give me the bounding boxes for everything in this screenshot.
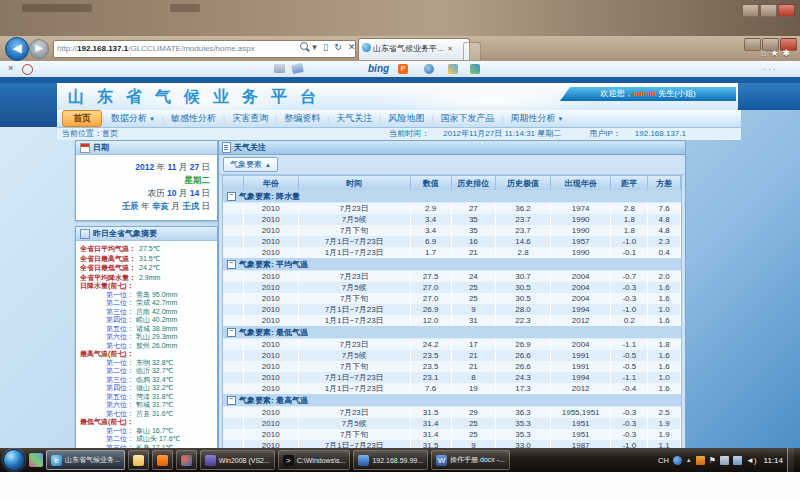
minimize-button[interactable] [744,38,761,51]
table-row[interactable]: 20107月5候31.42535.31951-0.31.9 [223,418,681,429]
taskbar-window-app-browser[interactable] [176,450,197,470]
table-row[interactable]: 20107月下旬31.42535.31951-0.31.9 [223,429,681,440]
breadcrumb[interactable]: 当前位置：首页 [62,127,118,140]
taskbar-window-word[interactable]: W操作手册.docx -... [431,450,510,470]
collapse-icon[interactable]: − [227,192,236,201]
tray-app-icon[interactable] [673,456,682,465]
nav-item-disaster-query[interactable]: 灾害查询 [225,110,275,127]
table-header-cell[interactable]: 年份 [244,176,299,190]
table-cell: -0.5 [611,350,648,361]
table-row[interactable]: 20107月1日~7月23日26.9928.01994-1.01.0 [223,304,681,315]
table-group-row[interactable]: −气象要素: 最高气温 [223,394,681,407]
search-icon[interactable] [300,42,308,50]
browser-tab[interactable]: 山东省气候业务平...× [358,38,470,60]
table-cell: 31 [452,315,497,326]
tab-close-icon[interactable]: × [448,44,453,53]
volume-icon[interactable]: ◄) [746,456,757,465]
forward-button[interactable]: ▶ [29,39,49,59]
taskbar-window-ie[interactable]: e山东省气候业务... [46,450,125,470]
taskbar-window-vs[interactable]: Win2008 (VS2... [200,450,275,470]
background-maximize-button[interactable] [760,4,777,17]
table-row[interactable]: 20107月下旬23.52126.61991-0.51.6 [223,361,681,372]
bing-logo[interactable]: bing [368,63,389,74]
display-tray-icon[interactable] [720,456,729,465]
table-header-cell[interactable]: 出现年份 [551,176,612,190]
taskbar-window-rdp[interactable]: 192.168.59.99... [353,450,428,470]
table-row[interactable]: 20101月1日~7月23日7.61917.32012-0.41.6 [223,383,681,394]
table-header-cell[interactable]: 数值 [411,176,452,190]
favorites-star-icon[interactable]: ★ [770,48,782,58]
action-center-flag-icon[interactable]: ⚑ [709,456,716,465]
toolbar-close-icon[interactable]: × [6,63,15,73]
table-row[interactable]: 20107月23日2.92736.219742.87.6 [223,203,681,214]
nav-item-weather-watch[interactable]: 天气关注 [329,110,379,127]
table-row[interactable]: 20107月5候27.02530.52004-0.31.6 [223,282,681,293]
nav-item-risk-map[interactable]: 风险地图 [381,110,431,127]
table-row[interactable]: 20107月23日24.21726.92004-1.11.8 [223,339,681,350]
table-cell: 23.5 [411,350,452,361]
element-selector-button[interactable]: 气象要素▲ [223,157,278,172]
back-button[interactable]: ◀ [5,37,29,61]
app-icon-orange[interactable]: P [398,64,408,74]
summary-rank-row: 第三位：莒南 42.0mm [80,308,217,317]
table-row[interactable]: 20107月5候3.43523.719901.84.8 [223,214,681,225]
tools-gear-icon[interactable]: ✱ [782,48,794,58]
blocked-content-icon[interactable] [22,64,33,75]
table-header-cell[interactable]: 历史排位 [452,176,497,190]
nav-item-national-products[interactable]: 国家下发产品 [434,110,502,127]
table-row[interactable]: 20101月1日~7月23日1.7212.81990-0.10.4 [223,247,681,258]
table-row[interactable]: 20107月23日27.52430.72004-0.72.0 [223,271,681,282]
autocomplete-dropdown-icon[interactable]: ▾ [310,42,319,52]
home-icon[interactable]: ⌂ [761,48,770,58]
taskbar-window-cmd[interactable]: >C:\Windows\s... [278,450,351,470]
table-row[interactable]: 20107月23日31.52936.31955,1951-0.32.5 [223,407,681,418]
taskbar-window-app-orange[interactable] [152,450,173,470]
app-icon-spark[interactable] [448,64,458,74]
table-row[interactable]: 20107月5候23.52126.61991-0.51.6 [223,350,681,361]
app-icon-blue[interactable] [424,64,434,74]
rank-label: 第四位： [106,316,134,323]
nav-item-periodicity-analysis[interactable]: 周期性分析▼ [504,110,571,127]
table-group-row[interactable]: −气象要素: 降水量 [223,190,681,203]
collapse-icon[interactable]: − [227,396,236,405]
table-header-cell[interactable]: 时间 [299,176,411,190]
nav-item-sensitivity-analysis[interactable]: 敏感性分析 [164,110,223,127]
show-desktop-button[interactable] [787,448,794,472]
compatibility-icon[interactable]: ▯ [321,42,330,52]
app-icon-green[interactable] [470,64,480,74]
nav-item-home[interactable]: 首页 [62,110,102,127]
table-cell: -0.3 [611,282,648,293]
table-header-cell[interactable]: 历史极值 [496,176,551,190]
table-row[interactable]: 20107月下旬3.43523.719901.84.8 [223,225,681,236]
table-group-row[interactable]: −气象要素: 平均气温 [223,258,681,271]
background-minimize-button[interactable] [742,4,759,17]
taskbar-window-folder[interactable] [128,450,149,470]
collapse-icon[interactable]: − [227,328,236,337]
background-close-button[interactable] [778,4,795,17]
table-header-cell[interactable]: 距平 [611,176,648,190]
refresh-icon[interactable]: ↻ [332,42,344,52]
taskbar-clock[interactable]: 11:14 [764,456,783,465]
security-tray-icon[interactable] [696,456,705,465]
table-group-row[interactable]: −气象要素: 最低气温 [223,326,681,339]
table-row[interactable]: 20107月下旬27.02530.52004-0.31.6 [223,293,681,304]
table-header-cell[interactable]: 方差 [648,176,681,190]
toolbar-overflow-icon[interactable]: ··· [763,64,778,74]
row-gutter-cell [223,271,244,282]
card-icon[interactable] [274,64,285,73]
nav-item-data-analysis[interactable]: 数据分析▼ [104,110,162,127]
network-tray-icon[interactable] [733,456,742,465]
collapse-icon[interactable]: − [227,260,236,269]
table-row[interactable]: 20107月1日~7月23日23.1824.31994-1.11.0 [223,372,681,383]
nav-item-compiled-data[interactable]: 整编资料 [277,110,327,127]
pinned-app-icon[interactable] [29,453,43,467]
show-hidden-icons-arrow[interactable]: ▲ [686,457,692,463]
new-tab-button[interactable] [463,42,481,60]
table-row[interactable]: 20107月1日~7月23日6.91614.61957-1.02.3 [223,236,681,247]
stop-icon[interactable]: ✕ [346,42,358,52]
envelope-icon[interactable] [291,63,304,74]
table-row[interactable]: 20107月1日~7月23日31.5933.01987-1.01.1 [223,440,681,448]
table-row[interactable]: 20101月1日~7月23日12.03122.320120.21.6 [223,315,681,326]
language-indicator[interactable]: CH [658,456,669,465]
start-button[interactable] [3,449,25,471]
